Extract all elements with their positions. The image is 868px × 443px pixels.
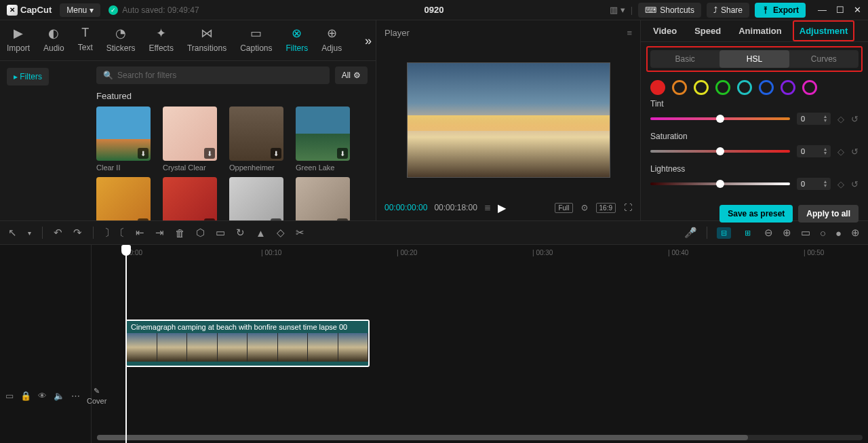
- lib-tab-audio[interactable]: ◐Audio: [37, 20, 71, 60]
- delete-tool[interactable]: 🗑: [175, 227, 185, 239]
- share-button[interactable]: ⤴Share: [707, 3, 749, 18]
- keyframe-icon[interactable]: ◇: [837, 114, 844, 124]
- download-icon[interactable]: ⬇: [204, 218, 215, 220]
- color-swatch[interactable]: [715, 80, 730, 95]
- subtab-basic[interactable]: Basic: [650, 50, 719, 68]
- lib-tab-text[interactable]: TText: [71, 20, 100, 60]
- export-button[interactable]: ⭱Export: [755, 3, 806, 18]
- filter-thumb[interactable]: ⬇: [96, 177, 151, 220]
- filter-thumb[interactable]: ⬇Oppenheimer: [229, 107, 283, 172]
- filter-thumb[interactable]: ⬇: [163, 177, 217, 220]
- more-icon[interactable]: »: [365, 34, 372, 48]
- download-icon[interactable]: ⬇: [337, 148, 348, 159]
- minimize-button[interactable]: —: [818, 5, 827, 15]
- stepper-icon[interactable]: ▴▾: [824, 180, 827, 188]
- layout-icon[interactable]: ▥ ▾: [610, 5, 625, 15]
- filter-thumb[interactable]: ⬇: [296, 177, 350, 220]
- color-swatch[interactable]: [694, 80, 709, 95]
- timeline-ruler[interactable]: 00:00| 00:10| 00:20| 00:30| 00:40| 00:50: [92, 245, 868, 263]
- saturation-slider[interactable]: [650, 150, 790, 153]
- download-icon[interactable]: ⬇: [271, 218, 281, 220]
- zoom-in-icon[interactable]: ⊕: [851, 227, 860, 239]
- playhead[interactable]: [125, 246, 127, 443]
- color-swatch[interactable]: [737, 80, 752, 95]
- color-swatch[interactable]: [650, 80, 665, 95]
- undo-button[interactable]: ↶: [54, 227, 62, 239]
- lib-tab-transitions[interactable]: ⋈Transitions: [180, 20, 233, 60]
- search-input[interactable]: 🔍 Search for filters: [96, 66, 330, 84]
- reset-icon[interactable]: ↺: [851, 147, 859, 157]
- maximize-button[interactable]: ☐: [836, 5, 844, 15]
- color-swatch[interactable]: [802, 80, 817, 95]
- filter-all-button[interactable]: All⚙: [335, 66, 368, 84]
- crop-tool[interactable]: ✂: [296, 227, 304, 239]
- filter-thumb[interactable]: ⬇Crystal Clear: [163, 107, 217, 172]
- slider-value[interactable]: 0▴▾: [797, 178, 831, 190]
- save-preset-button[interactable]: Save as preset: [719, 205, 793, 223]
- redo-button[interactable]: ↷: [73, 227, 82, 239]
- adj-tab-video[interactable]: Video: [646, 20, 684, 41]
- track-collapse-icon[interactable]: ▭: [5, 391, 14, 401]
- cursor-dropdown[interactable]: ▾: [28, 229, 31, 237]
- lock-icon[interactable]: 🔒: [20, 391, 31, 401]
- stepper-icon[interactable]: ▴▾: [824, 115, 827, 123]
- cursor-tool[interactable]: ↖: [8, 227, 17, 239]
- focus-icon[interactable]: ⊙: [581, 203, 588, 212]
- adj-tab-speed[interactable]: Speed: [688, 20, 728, 41]
- adj-tab-animation[interactable]: Animation: [732, 20, 789, 41]
- download-icon[interactable]: ⬇: [337, 218, 348, 220]
- zoom-slider[interactable]: ●: [835, 227, 842, 239]
- magnet-toggle[interactable]: ⊞: [741, 227, 755, 239]
- color-swatch[interactable]: [759, 80, 774, 95]
- menu-button[interactable]: Menu▾: [60, 3, 100, 17]
- close-button[interactable]: ✕: [854, 5, 861, 15]
- subtab-hsl[interactable]: HSL: [719, 50, 789, 68]
- zoom-out-icon[interactable]: ○: [820, 227, 826, 239]
- split-tool[interactable]: 〕〔: [104, 227, 125, 239]
- mute-icon[interactable]: 🔈: [54, 391, 64, 401]
- filter-thumb[interactable]: ⬇Clear II: [96, 107, 151, 172]
- aspect-ratio-button[interactable]: 16:9: [596, 203, 616, 213]
- slider-value[interactable]: 0▴▾: [797, 113, 831, 125]
- eye-icon[interactable]: 👁: [38, 391, 47, 401]
- tint-slider[interactable]: [650, 117, 790, 120]
- keyframe-icon[interactable]: ◇: [837, 147, 844, 157]
- shortcuts-button[interactable]: ⌨Shortcuts: [638, 3, 701, 18]
- lightness-slider[interactable]: [650, 182, 790, 185]
- apply-all-button[interactable]: Apply to all: [798, 205, 859, 223]
- lib-tab-effects[interactable]: ✦Effects: [142, 20, 180, 60]
- filter-thumb[interactable]: ⬇: [229, 177, 283, 220]
- more-icon[interactable]: ⋯: [71, 391, 80, 401]
- preview-icon[interactable]: ▭: [801, 227, 810, 239]
- subtab-curves[interactable]: Curves: [789, 50, 859, 68]
- fullscreen-icon[interactable]: ⛶: [624, 203, 632, 212]
- reset-icon[interactable]: ↺: [851, 114, 859, 124]
- filter-thumb[interactable]: ⬇Green Lake: [296, 107, 350, 172]
- filters-category[interactable]: ▸ Filters: [7, 68, 49, 85]
- speed-tool[interactable]: ◇: [277, 227, 285, 239]
- hamburger-icon[interactable]: ≡: [627, 28, 632, 38]
- list-icon[interactable]: ≣: [484, 203, 491, 212]
- trim-right-tool[interactable]: ⇥: [155, 227, 164, 239]
- color-swatch[interactable]: [672, 80, 687, 95]
- player-preview[interactable]: [407, 62, 610, 178]
- download-icon[interactable]: ⬇: [138, 148, 149, 159]
- trim-left-tool[interactable]: ⇤: [136, 227, 144, 239]
- download-icon[interactable]: ⬇: [204, 148, 215, 159]
- slider-value[interactable]: 0▴▾: [797, 145, 831, 157]
- lib-tab-stickers[interactable]: ◔Stickers: [100, 20, 142, 60]
- keyframe-icon[interactable]: ◇: [837, 179, 844, 189]
- stepper-icon[interactable]: ▴▾: [824, 147, 827, 155]
- mic-icon[interactable]: 🎤: [684, 227, 697, 239]
- play-button[interactable]: ▶: [498, 201, 506, 214]
- lib-tab-import[interactable]: ▶Import: [0, 20, 37, 60]
- snap-toggle[interactable]: ⊟: [717, 227, 731, 239]
- video-clip[interactable]: Cinemagraph camping at beach with bonfir…: [125, 320, 370, 367]
- rotate-tool[interactable]: ↻: [236, 227, 245, 239]
- full-button[interactable]: Full: [555, 203, 572, 213]
- timeline-tracks[interactable]: 00:00| 00:10| 00:20| 00:30| 00:40| 00:50…: [92, 245, 868, 443]
- color-swatch[interactable]: [781, 80, 795, 95]
- lib-tab-adjus[interactable]: ⊕Adjus: [315, 20, 349, 60]
- lib-tab-captions[interactable]: ▭Captions: [233, 20, 279, 60]
- copy-tool[interactable]: ▭: [216, 227, 225, 239]
